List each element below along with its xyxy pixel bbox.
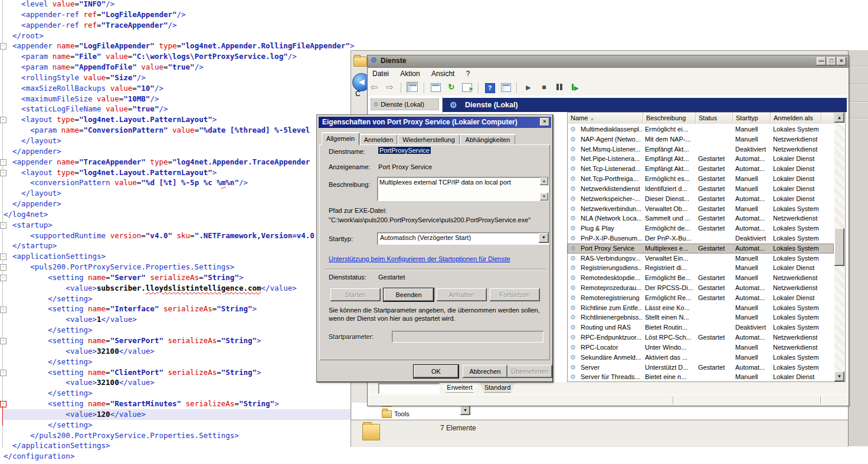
tab-allgemein[interactable]: Allgemein: [322, 132, 359, 145]
column-header-starttyp[interactable]: Starttyp: [733, 113, 771, 124]
scrollbar-thumb[interactable]: [834, 228, 844, 266]
folder-item-tools[interactable]: Tools: [394, 410, 410, 417]
menu-help[interactable]: ?: [461, 68, 475, 78]
code-line[interactable]: </setting>: [4, 388, 351, 399]
filter-box[interactable]: [378, 383, 440, 394]
table-row[interactable]: ⚙Registrierungsdiens...Registriert di...…: [568, 263, 834, 273]
start-service-icon[interactable]: ▶: [522, 82, 534, 93]
table-row[interactable]: ⚙Sekundäre Anmeld...Aktiviert das ...Man…: [568, 353, 834, 363]
dropdown-button[interactable]: ▼: [460, 406, 470, 415]
code-line[interactable]: <param name="File" value="C:\work\logs\P…: [4, 51, 351, 62]
table-row[interactable]: ⚙Multimediaklassenpl...Ermöglicht ei...M…: [568, 124, 834, 134]
code-line[interactable]: </puls200.PortProxyService.Properties.Se…: [4, 430, 351, 441]
table-row[interactable]: ⚙RemoteregistrierungErmöglicht Re...Gest…: [568, 293, 834, 303]
code-line[interactable]: </root>: [4, 31, 351, 41]
code-line[interactable]: <appender name="LogFileAppender" type="l…: [4, 41, 351, 51]
folder-icon[interactable]: [382, 410, 392, 418]
table-row[interactable]: ⚙RPC-LocatorUnter Windo...ManuellNetzwer…: [568, 343, 834, 353]
minimize-button[interactable]: —: [817, 57, 826, 65]
scroll-up-button[interactable]: ▲: [834, 113, 844, 123]
code-line[interactable]: <setting name="Server" serializeAs="Stri…: [4, 272, 351, 283]
table-row[interactable]: ⚙Routing und RASBietet Routin...Deaktivi…: [568, 323, 834, 333]
table-row[interactable]: ⚙Server für Threads...Bietet eine n...Ma…: [568, 372, 834, 382]
cancel-button[interactable]: Abbrechen: [463, 365, 507, 378]
code-line[interactable]: <setting name="Interface" serializeAs="S…: [4, 304, 351, 314]
extended-view-icon[interactable]: [500, 82, 512, 93]
code-line[interactable]: <appender-ref ref="TraceAppender"/>: [4, 20, 351, 31]
code-line[interactable]: <rollingStyle value="Size"/>: [4, 73, 351, 83]
pause-service-icon[interactable]: [553, 82, 565, 93]
tab-standard[interactable]: Standard: [479, 383, 516, 393]
tab-abhaengigkeiten[interactable]: Abhängigkeiten: [460, 134, 515, 145]
code-line[interactable]: <setting name="ServerPort" serializeAs="…: [4, 335, 351, 346]
tab-anmelden[interactable]: Anmelden: [360, 134, 397, 145]
code-line[interactable]: </appender>: [4, 199, 351, 209]
table-row[interactable]: ⚙Port Proxy ServiceMultiplexes e...Gesta…: [568, 243, 834, 254]
dialog-close-icon[interactable]: ×: [540, 118, 549, 126]
restart-service-icon[interactable]: ▶: [569, 82, 581, 93]
table-row[interactable]: ⚙Remotedesktopdie...Ermöglicht Be...Gest…: [568, 273, 834, 283]
code-line[interactable]: <puls200.PortProxyService.Properties.Set…: [4, 262, 351, 272]
tree-item-dienste-lokal[interactable]: ⚙Dienste (Lokal): [371, 99, 438, 110]
table-row[interactable]: ⚙NetzwerklistendienstIdentifiziert d...G…: [568, 184, 834, 194]
table-row[interactable]: ⚙PnP-X-IP-Busenum...Der PnP-X-Bu...Deakt…: [568, 233, 834, 243]
table-row[interactable]: ⚙Net.Pipe-Listenera...Empfängt Akt...Ges…: [568, 154, 834, 164]
code-line[interactable]: </setting>: [4, 357, 351, 367]
code-line[interactable]: <value>subscriber.lloydslistintelligence…: [4, 283, 351, 294]
chevron-down-icon[interactable]: ▼: [539, 233, 549, 243]
table-row[interactable]: ⚙Netzwerkverbindun...Verwaltet Ob...Gest…: [568, 204, 834, 214]
console-tree-icon[interactable]: [407, 82, 418, 93]
start-type-select[interactable]: Automatisch (Verzögerter Start) ▼: [377, 232, 549, 245]
code-line[interactable]: <maxSizeRollBackups value="10"/>: [4, 83, 351, 94]
tab-erweitert[interactable]: Erweitert: [441, 383, 479, 393]
code-line[interactable]: <appender name="TraceAppender" type="log…: [4, 157, 351, 167]
code-line[interactable]: <layout type="log4net.Layout.PatternLayo…: [4, 114, 351, 125]
column-header-beschreibung[interactable]: Beschreibung: [643, 113, 696, 124]
code-line[interactable]: <value>32100</value>: [4, 377, 351, 388]
table-row[interactable]: ⚙Richtlinienergebniss...Stellt einen N..…: [568, 312, 834, 323]
code-line[interactable]: <layout type="log4net.Layout.PatternLayo…: [4, 167, 351, 178]
table-row[interactable]: ⚙Net.Tcp-Listenerad...Empfängt Akt...Ges…: [568, 164, 834, 174]
code-line[interactable]: <supportedRuntime version="v4.0" sku=".N…: [4, 231, 351, 241]
properties-icon[interactable]: [430, 82, 441, 93]
table-row[interactable]: ⚙Net.Tcp-Portfreiga...Ermöglicht es...Ge…: [568, 174, 834, 184]
maximize-button[interactable]: □: [827, 57, 836, 65]
code-line[interactable]: </layout>: [4, 188, 351, 199]
menu-datei[interactable]: Datei: [368, 68, 394, 78]
code-line[interactable]: </layout>: [4, 136, 351, 146]
code-lines[interactable]: <level value="INFO"/> <appender-ref ref=…: [4, 0, 351, 462]
forward-icon[interactable]: ⇨: [384, 82, 395, 93]
code-line[interactable]: </configuration>: [4, 451, 351, 462]
code-line[interactable]: <setting name="RestartMinutes" serialize…: [4, 399, 351, 409]
code-line[interactable]: <value>1</value>: [4, 314, 351, 325]
table-row[interactable]: ⚙RAS-Verbindungsv...Verwaltet Ein...Manu…: [568, 254, 834, 264]
code-line[interactable]: <level value="INFO"/>: [4, 0, 351, 9]
table-row[interactable]: ⚙ServerUnterstützt D...GestartetAutomat.…: [568, 363, 834, 373]
code-line[interactable]: </appender>: [4, 146, 351, 157]
code-line[interactable]: <param name="ConversionPattern" value="%…: [4, 125, 351, 136]
code-line[interactable]: <appender-ref ref="LogFileAppender"/>: [4, 9, 351, 20]
description-box[interactable]: Multiplexes external TCP/IP data on loca…: [377, 177, 549, 201]
startup-options-link[interactable]: Unterstützung beim Konfigurieren der Sta…: [329, 255, 510, 262]
table-row[interactable]: ⚙Plug & PlayErmöglicht de...GestartetAut…: [568, 223, 834, 233]
stop-service-icon[interactable]: ■: [538, 82, 550, 93]
scroll-down-button[interactable]: ▼: [834, 371, 844, 381]
desc-scroll-down-icon[interactable]: ▼: [540, 193, 548, 200]
help-icon[interactable]: ?: [484, 82, 496, 93]
code-line[interactable]: <param name="AppendToFile" value="true"/…: [4, 62, 351, 73]
menu-ansicht[interactable]: Ansicht: [427, 68, 459, 78]
table-row[interactable]: ⚙Net.Msmq-Listener...Empfängt Akt...Deak…: [568, 144, 834, 154]
code-line[interactable]: <staticLogFileName value="true"/>: [4, 104, 351, 114]
column-header-name[interactable]: Name ▲: [568, 113, 643, 124]
code-line[interactable]: <startup>: [4, 220, 351, 231]
dialog-titlebar[interactable]: Eigenschaften von Port Proxy Service (Lo…: [319, 117, 551, 128]
table-row[interactable]: ⚙Remoteprozedurau...Der RPCSS-Di...Gesta…: [568, 283, 834, 293]
table-row[interactable]: ⚙NAP-Agent (Netwo...Mit dem NAP-...Manue…: [568, 134, 834, 144]
code-line[interactable]: </startup>: [4, 241, 351, 251]
refresh-icon[interactable]: ↻: [446, 82, 457, 93]
code-line[interactable]: <setting name="ClientPort" serializeAs="…: [4, 367, 351, 378]
tab-wiederherstellung[interactable]: Wiederherstellung: [398, 134, 460, 145]
table-row[interactable]: ⚙Netzwerkspeicher-...Dieser Dienst...Ges…: [568, 194, 834, 204]
stop-button[interactable]: Beenden: [384, 288, 434, 301]
code-line[interactable]: <value>32100</value>: [4, 346, 351, 357]
